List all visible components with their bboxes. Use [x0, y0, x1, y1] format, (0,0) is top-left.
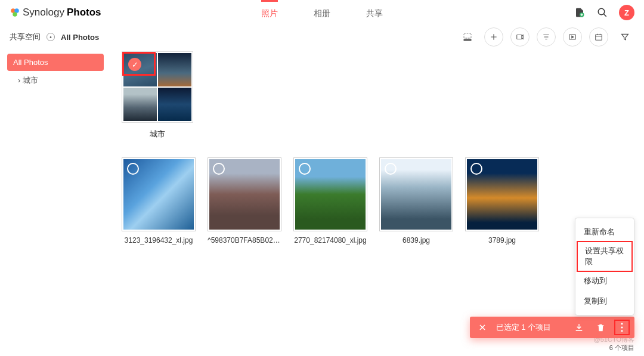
context-menu: 重新命名 设置共享权限 移动到 复制到 — [575, 218, 634, 315]
logo-text-2: Photos — [67, 7, 101, 18]
menu-copy-to[interactable]: 复制到 — [575, 291, 634, 311]
thumb-quadrant — [158, 88, 191, 121]
photo-filename: 6839.jpg — [379, 236, 453, 244]
item-count: 6 个项目 — [609, 343, 634, 352]
highlight-box — [122, 52, 156, 76]
header-actions: Z — [574, 5, 634, 20]
more-icon[interactable] — [614, 320, 630, 335]
select-circle-icon[interactable] — [470, 163, 482, 175]
svg-rect-5 — [464, 33, 471, 38]
select-circle-icon[interactable] — [299, 163, 311, 175]
photo-thumbnail — [122, 157, 196, 231]
breadcrumb-root[interactable]: 共享空间 — [10, 32, 41, 42]
add-button[interactable] — [484, 27, 503, 47]
photo-item[interactable]: 3789.jpg — [465, 157, 539, 244]
date-button[interactable] — [589, 27, 608, 47]
breadcrumb: 共享空间 • All Photos — [10, 32, 99, 42]
photo-item[interactable]: 2770_82174080_xl.jpg — [293, 157, 367, 244]
photo-grid: 3123_3196432_xl.jpg ^598370B7FA85B02A310… — [122, 157, 633, 244]
menu-share-permissions[interactable]: 设置共享权限 — [577, 241, 633, 272]
download-icon[interactable] — [571, 320, 587, 335]
svg-point-12 — [621, 330, 623, 332]
photo-thumbnail — [379, 157, 453, 231]
album-label: 城市 — [122, 129, 193, 140]
photo-filename: ^598370B7FA85B02A310... — [208, 236, 281, 244]
nav-tab-photos[interactable]: 照片 — [261, 0, 278, 25]
photo-thumbnail — [208, 157, 281, 231]
search-icon[interactable] — [596, 7, 608, 18]
menu-move-to[interactable]: 移动到 — [575, 271, 634, 291]
select-circle-icon[interactable] — [385, 163, 397, 175]
nav-tabs: 照片 相册 共享 — [261, 0, 383, 25]
logo-icon — [10, 7, 20, 18]
album-item[interactable]: ✓ 城市 — [122, 51, 193, 140]
subheader: 共享空间 • All Photos — [0, 25, 644, 49]
sidebar: All Photos › 城市 — [0, 49, 111, 356]
photo-filename: 3789.jpg — [465, 236, 539, 244]
menu-rename[interactable]: 重新命名 — [575, 222, 634, 242]
photo-item[interactable]: ^598370B7FA85B02A310... — [208, 157, 281, 244]
sort-button[interactable] — [537, 27, 556, 47]
svg-point-11 — [621, 326, 623, 328]
select-circle-icon[interactable] — [213, 163, 225, 175]
photo-item[interactable]: 6839.jpg — [379, 157, 453, 244]
avatar[interactable]: Z — [619, 5, 634, 20]
photo-item[interactable]: 3123_3196432_xl.jpg — [122, 157, 196, 244]
svg-point-10 — [621, 323, 623, 324]
filter-icon[interactable] — [615, 27, 634, 47]
photo-thumbnail — [293, 157, 367, 231]
app-logo[interactable]: Synology Photos — [10, 7, 101, 18]
thumb-quadrant — [158, 53, 191, 86]
svg-rect-7 — [517, 35, 522, 39]
slideshow-button[interactable] — [563, 27, 582, 47]
select-circle-icon[interactable] — [127, 163, 139, 175]
sidebar-item-label: 城市 — [23, 76, 38, 85]
svg-rect-6 — [464, 39, 471, 41]
app-header: Synology Photos 照片 相册 共享 Z — [0, 0, 644, 25]
svg-point-4 — [598, 8, 605, 15]
share-button[interactable] — [510, 27, 530, 47]
album-thumbnail: ✓ — [122, 51, 193, 123]
sidebar-item-city[interactable]: › 城市 — [7, 71, 104, 90]
svg-point-2 — [13, 12, 17, 17]
breadcrumb-current[interactable]: All Photos — [61, 33, 99, 42]
photo-thumbnail — [465, 157, 539, 231]
album-row: ✓ 城市 — [122, 51, 633, 140]
breadcrumb-separator-icon: • — [47, 33, 55, 41]
close-selection-icon[interactable] — [475, 320, 490, 335]
nav-tab-albums[interactable]: 相册 — [314, 0, 330, 25]
selection-bar: 已选定 1 个项目 — [470, 317, 634, 338]
sidebar-item-all-photos[interactable]: All Photos — [7, 54, 104, 71]
delete-icon[interactable] — [593, 320, 608, 335]
select-mode-icon[interactable] — [458, 27, 477, 47]
thumb-quadrant — [123, 88, 157, 121]
toolbar — [458, 27, 634, 47]
logo-text-1: Synology — [23, 7, 64, 18]
content: All Photos › 城市 ✓ 城市 3123_3196432_xl.jpg — [0, 49, 644, 356]
main-area: ✓ 城市 3123_3196432_xl.jpg ^598370B7FA85B0… — [111, 49, 644, 356]
nav-tab-share[interactable]: 共享 — [366, 0, 383, 25]
selection-text: 已选定 1 个项目 — [496, 322, 551, 333]
photo-filename: 3123_3196432_xl.jpg — [122, 236, 196, 244]
upload-icon[interactable] — [574, 7, 586, 18]
photo-filename: 2770_82174080_xl.jpg — [293, 236, 367, 244]
svg-rect-9 — [596, 35, 602, 40]
